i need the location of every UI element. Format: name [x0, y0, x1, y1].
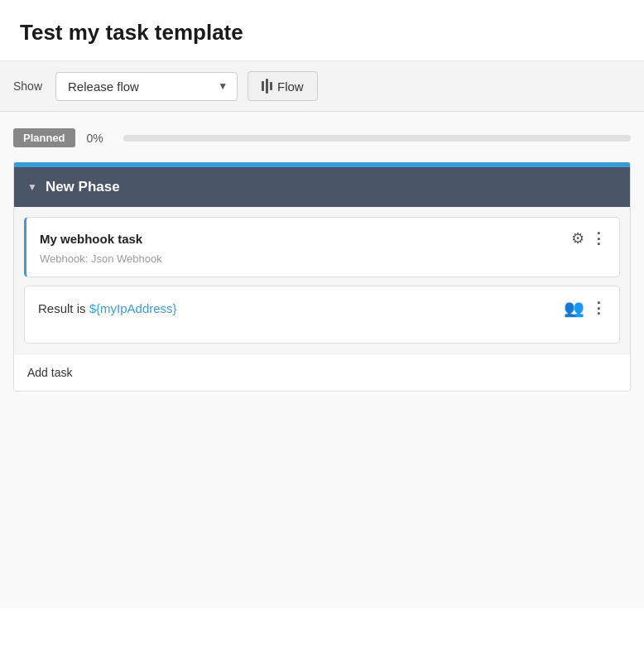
flow-button-label: Flow [277, 79, 304, 94]
task-card-header: My webhook task ⚙ ⋮ [40, 229, 606, 248]
condition-variable: ${myIpAddress} [89, 301, 177, 315]
condition-icons: 👥 ⋮ [564, 298, 606, 318]
tasks-area: My webhook task ⚙ ⋮ Webhook: Json Webhoo… [14, 207, 630, 353]
more-options-icon[interactable]: ⋮ [591, 299, 606, 317]
condition-header: Result is ${myIpAddress} 👥 ⋮ [38, 298, 606, 318]
phase-title: New Phase [46, 179, 120, 195]
add-task-label: Add task [27, 366, 72, 379]
condition-card: Result is ${myIpAddress} 👥 ⋮ [24, 286, 620, 344]
condition-text: Result is ${myIpAddress} [38, 301, 177, 315]
progress-percent: 0% [87, 132, 112, 145]
people-icon[interactable]: 👥 [564, 298, 584, 318]
page-title: Test my task template [20, 20, 624, 46]
flow-chart-icon [262, 79, 272, 94]
show-label: Show [13, 79, 42, 93]
task-card: My webhook task ⚙ ⋮ Webhook: Json Webhoo… [24, 217, 620, 277]
task-subtitle: Webhook: Json Webhook [40, 252, 606, 265]
flow-button[interactable]: Flow [248, 71, 318, 101]
planned-badge: Planned [13, 128, 75, 147]
chevron-down-icon: ▼ [27, 181, 37, 193]
add-task-button[interactable]: Add task [14, 353, 630, 391]
gear-icon[interactable]: ⚙ [571, 229, 584, 248]
flow-select-wrapper[interactable]: Release flow Development flow Hotfix flo… [55, 72, 238, 101]
flow-select[interactable]: Release flow Development flow Hotfix flo… [55, 72, 238, 101]
more-options-icon[interactable]: ⋮ [591, 229, 606, 248]
progress-row: Planned 0% [13, 128, 631, 147]
task-title: My webhook task [40, 232, 142, 246]
toolbar: Show Release flow Development flow Hotfi… [0, 61, 644, 112]
phase-container: ▼ New Phase My webhook task ⚙ ⋮ Webhook:… [13, 162, 631, 392]
main-content: Planned 0% ▼ New Phase My webhook task ⚙… [0, 112, 644, 608]
progress-bar-container [123, 135, 631, 142]
phase-header: ▼ New Phase [14, 165, 630, 207]
condition-prefix: Result is [38, 301, 89, 315]
page-header: Test my task template [0, 0, 644, 61]
task-icons: ⚙ ⋮ [571, 229, 606, 248]
